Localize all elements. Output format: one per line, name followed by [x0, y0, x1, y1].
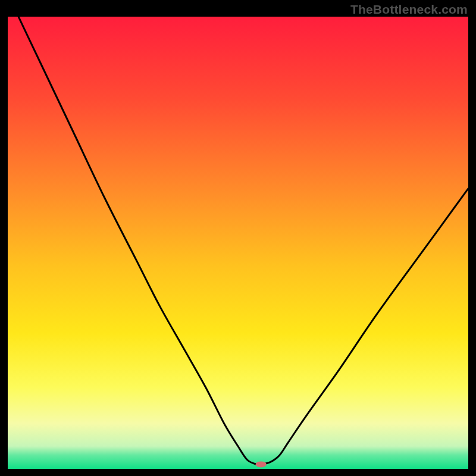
optimal-marker: [256, 461, 267, 467]
plot-area: [8, 17, 468, 469]
chart-svg: [8, 17, 468, 469]
chart-frame: TheBottleneck.com: [0, 0, 476, 476]
watermark-text: TheBottleneck.com: [350, 2, 468, 17]
gradient-background: [8, 17, 468, 469]
